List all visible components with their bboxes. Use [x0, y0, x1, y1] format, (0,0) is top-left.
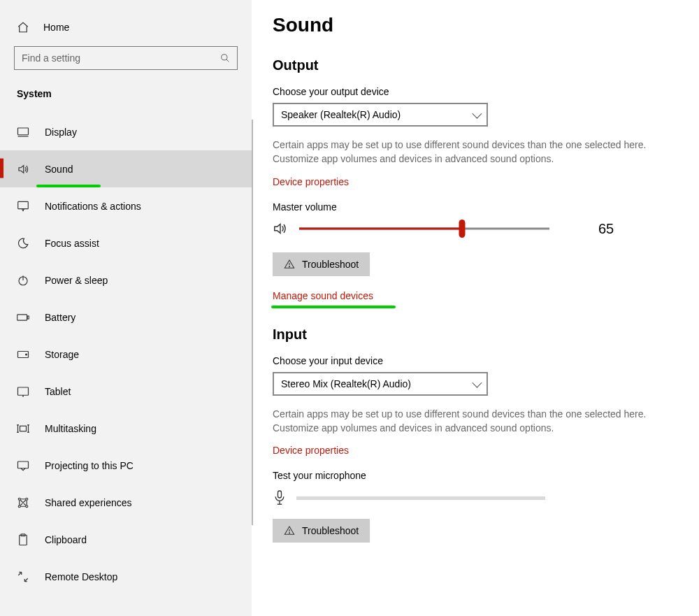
power-icon [17, 274, 29, 287]
shared-experiences-icon [17, 496, 29, 509]
svg-rect-11 [18, 387, 29, 395]
svg-rect-2 [18, 128, 29, 135]
sidebar-item-label: Focus assist [45, 238, 99, 249]
storage-icon [17, 350, 29, 359]
master-volume-value: 65 [598, 221, 614, 237]
svg-rect-7 [17, 314, 27, 320]
sidebar-item-label: Sound [45, 164, 73, 175]
manage-sound-devices-link[interactable]: Manage sound devices [273, 290, 373, 301]
clipboard-icon [17, 533, 29, 546]
focus-assist-icon [17, 237, 29, 250]
output-device-selected: Speaker (Realtek(R) Audio) [281, 109, 401, 120]
sidebar-item-remote-desktop[interactable]: Remote Desktop [0, 558, 252, 595]
master-volume-row: 65 [273, 221, 699, 237]
microphone-icon [273, 489, 287, 506]
input-device-selected: Stereo Mix (Realtek(R) Audio) [281, 378, 411, 389]
input-choose-label: Choose your input device [273, 355, 699, 366]
svg-rect-29 [278, 491, 282, 498]
svg-point-22 [26, 498, 28, 500]
output-heading: Output [273, 57, 699, 73]
sidebar-item-tablet[interactable]: Tablet [0, 373, 252, 410]
sidebar-nav: Display Sound [0, 113, 252, 595]
sidebar-item-label: Display [45, 127, 77, 138]
input-device-dropdown[interactable]: Stereo Mix (Realtek(R) Audio) [273, 372, 488, 396]
sidebar-item-label: Multitasking [45, 423, 96, 434]
sidebar: Home System Display [0, 0, 252, 616]
svg-point-23 [18, 505, 20, 507]
warning-icon [284, 525, 295, 536]
sidebar-item-display[interactable]: Display [0, 113, 252, 150]
chevron-down-icon [472, 109, 482, 119]
svg-point-24 [26, 505, 28, 507]
display-icon [17, 127, 29, 138]
sidebar-item-power-sleep[interactable]: Power & sleep [0, 262, 252, 299]
output-choose-label: Choose your output device [273, 86, 699, 97]
sidebar-item-notifications[interactable]: Notifications & actions [0, 187, 252, 224]
output-device-dropdown[interactable]: Speaker (Realtek(R) Audio) [273, 103, 488, 127]
output-troubleshoot-button[interactable]: Troubleshoot [273, 252, 370, 276]
search-input-wrap[interactable] [14, 46, 238, 70]
sidebar-item-label: Notifications & actions [45, 201, 141, 212]
svg-rect-8 [27, 315, 29, 318]
scroll-indicator [252, 120, 253, 525]
chevron-down-icon [472, 378, 482, 387]
sidebar-item-clipboard[interactable]: Clipboard [0, 521, 252, 558]
master-volume-slider[interactable] [299, 222, 549, 236]
svg-point-10 [26, 354, 27, 355]
test-mic-label: Test your microphone [273, 470, 699, 481]
sidebar-item-shared-experiences[interactable]: Shared experiences [0, 484, 252, 521]
sidebar-item-label: Clipboard [45, 534, 87, 545]
sidebar-item-label: Power & sleep [45, 275, 108, 286]
sidebar-item-focus-assist[interactable]: Focus assist [0, 224, 252, 262]
sidebar-item-label: Remote Desktop [45, 571, 117, 582]
input-heading: Input [273, 327, 699, 343]
main-content: Sound Output Choose your output device S… [252, 0, 699, 616]
svg-point-28 [289, 266, 289, 266]
svg-point-21 [18, 498, 20, 500]
home-label: Home [43, 22, 69, 33]
search-icon [220, 53, 230, 63]
input-device-properties-link[interactable]: Device properties [273, 445, 349, 456]
svg-line-1 [226, 59, 229, 62]
sidebar-item-label: Shared experiences [45, 497, 132, 508]
notifications-icon [17, 201, 29, 212]
svg-rect-20 [18, 461, 29, 468]
svg-point-33 [289, 533, 289, 533]
svg-point-12 [23, 395, 24, 396]
sidebar-item-label: Storage [45, 349, 79, 360]
highlight-underline [271, 306, 396, 308]
sidebar-item-label: Projecting to this PC [45, 460, 134, 471]
warning-icon [284, 259, 295, 270]
svg-rect-25 [20, 535, 27, 545]
sidebar-item-multitasking[interactable]: Multitasking [0, 410, 252, 447]
sidebar-item-storage[interactable]: Storage [0, 336, 252, 373]
sidebar-item-label: Tablet [45, 386, 71, 397]
search-input[interactable] [22, 52, 220, 64]
sidebar-item-battery[interactable]: Battery [0, 299, 252, 336]
svg-point-0 [222, 55, 227, 60]
tablet-icon [17, 386, 29, 397]
output-device-properties-link[interactable]: Device properties [273, 176, 349, 187]
troubleshoot-label: Troubleshoot [302, 525, 359, 536]
input-troubleshoot-button[interactable]: Troubleshoot [273, 519, 370, 543]
svg-rect-4 [18, 201, 29, 208]
sound-icon [17, 163, 29, 176]
battery-icon [17, 313, 29, 322]
multitasking-icon [17, 423, 29, 434]
remote-desktop-icon [17, 571, 29, 583]
speaker-icon[interactable] [273, 221, 288, 236]
troubleshoot-label: Troubleshoot [302, 259, 359, 270]
mic-test-row [273, 489, 699, 506]
sidebar-item-projecting[interactable]: Projecting to this PC [0, 447, 252, 484]
sidebar-section-title: System [0, 83, 252, 113]
mic-level-bar [296, 496, 545, 500]
sidebar-item-label: Battery [45, 312, 75, 323]
svg-rect-15 [20, 426, 27, 431]
sidebar-item-sound[interactable]: Sound [0, 150, 252, 187]
input-help-text: Certain apps may be set up to use differ… [273, 407, 664, 436]
home-icon [17, 21, 29, 34]
projecting-icon [17, 460, 29, 471]
master-volume-label: Master volume [273, 201, 699, 213]
page-title: Sound [273, 14, 699, 36]
home-row[interactable]: Home [0, 14, 252, 46]
